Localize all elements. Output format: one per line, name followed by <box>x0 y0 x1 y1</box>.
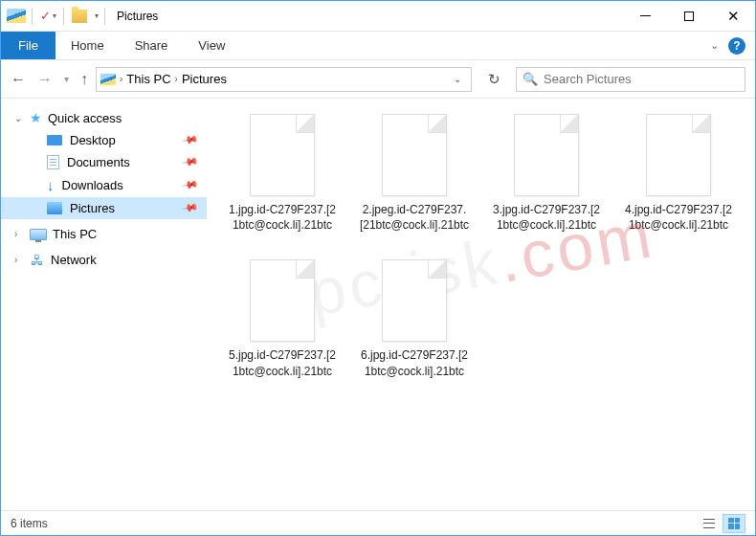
chevron-right-icon[interactable]: › <box>120 74 122 84</box>
breadcrumb-this-pc[interactable]: This PC <box>126 72 170 86</box>
pin-icon: 📌 <box>182 153 200 171</box>
status-bar: 6 items <box>1 510 755 535</box>
tab-view[interactable]: View <box>183 32 240 59</box>
file-tab[interactable]: File <box>1 32 56 59</box>
file-icon <box>250 114 315 196</box>
properties-icon[interactable]: ✓▾ <box>38 7 57 26</box>
view-mode-toggles <box>698 514 745 533</box>
file-icon <box>646 114 711 196</box>
item-count: 6 items <box>11 517 48 530</box>
file-item[interactable]: 4.jpg.id-C279F237.[21btc@cock.li].21btc <box>622 114 735 233</box>
window-controls: ✕ <box>623 2 755 31</box>
file-item[interactable]: 6.jpg.id-C279F237.[21btc@cock.li].21btc <box>358 259 471 378</box>
sidebar-item-pictures[interactable]: Pictures 📌 <box>1 197 207 219</box>
file-name: 3.jpg.id-C279F237.[21btc@cock.li].21btc <box>490 202 603 233</box>
file-name: 2.jpeg.id-C279F237.[21btc@cock.li].21btc <box>358 202 471 233</box>
navigation-pane: ⌄ ★ Quick access Desktop 📌 Documents 📌 ↓… <box>1 99 207 510</box>
file-name: 5.jpg.id-C279F237.[21btc@cock.li].21btc <box>226 347 339 378</box>
grid-icon <box>728 518 740 529</box>
pin-icon: 📌 <box>182 199 200 217</box>
documents-icon <box>47 155 59 169</box>
file-name: 1.jpg.id-C279F237.[21btc@cock.li].21btc <box>226 202 339 233</box>
chevron-right-icon[interactable]: › <box>175 74 178 84</box>
network-header[interactable]: › 🖧 Network <box>1 249 207 271</box>
file-pane[interactable]: pcrisk.com 1.jpg.id-C279F237.[21btc@cock… <box>207 99 755 510</box>
folder-icon[interactable] <box>70 7 89 26</box>
maximize-button[interactable] <box>667 2 711 31</box>
tab-home[interactable]: Home <box>56 32 120 59</box>
sidebar-item-desktop[interactable]: Desktop 📌 <box>1 129 207 151</box>
main-area: ⌄ ★ Quick access Desktop 📌 Documents 📌 ↓… <box>1 99 755 510</box>
close-button[interactable]: ✕ <box>711 2 755 31</box>
file-icon <box>250 259 315 342</box>
help-icon[interactable]: ? <box>728 37 745 55</box>
this-pc-header[interactable]: › This PC <box>1 223 207 245</box>
forward-button[interactable]: → <box>37 71 53 88</box>
sidebar-item-documents[interactable]: Documents 📌 <box>1 151 207 173</box>
collapse-icon[interactable]: ⌄ <box>14 113 22 123</box>
window-title: Pictures <box>117 10 158 23</box>
pin-icon: 📌 <box>182 176 200 194</box>
navigation-bar: ← → ▾ ↑ › This PC › Pictures ⌄ ↻ 🔍 <box>1 60 755 99</box>
title-bar: ✓▾ ▾ Pictures ✕ <box>1 1 755 32</box>
sidebar-item-label: Pictures <box>70 201 115 215</box>
network-label: Network <box>51 253 97 267</box>
file-item[interactable]: 5.jpg.id-C279F237.[21btc@cock.li].21btc <box>226 259 339 378</box>
sidebar-item-label: Documents <box>67 155 130 169</box>
qat-dropdown-icon[interactable]: ▾ <box>95 11 99 20</box>
minimize-button[interactable] <box>623 2 667 31</box>
file-name: 4.jpg.id-C279F237.[21btc@cock.li].21btc <box>622 202 735 233</box>
file-icon <box>382 114 447 196</box>
file-item[interactable]: 1.jpg.id-C279F237.[21btc@cock.li].21btc <box>226 114 339 233</box>
list-icon <box>703 519 715 528</box>
downloads-icon: ↓ <box>47 177 55 193</box>
recent-dropdown-icon[interactable]: ▾ <box>64 74 69 84</box>
quick-access-label: Quick access <box>48 111 122 125</box>
details-view-button[interactable] <box>698 514 721 533</box>
back-button[interactable]: ← <box>11 71 26 88</box>
file-icon <box>382 259 447 342</box>
file-name: 6.jpg.id-C279F237.[21btc@cock.li].21btc <box>358 347 471 378</box>
file-item[interactable]: 2.jpeg.id-C279F237.[21btc@cock.li].21btc <box>358 114 471 233</box>
icons-view-button[interactable] <box>723 514 745 533</box>
sidebar-item-label: Downloads <box>62 178 123 192</box>
expand-icon[interactable]: › <box>14 255 17 265</box>
file-item[interactable]: 3.jpg.id-C279F237.[21btc@cock.li].21btc <box>490 114 603 233</box>
desktop-icon <box>47 135 62 145</box>
pc-icon <box>30 229 47 240</box>
file-icon <box>514 114 579 196</box>
sidebar-item-label: Desktop <box>70 133 116 147</box>
search-icon: 🔍 <box>523 72 538 86</box>
expand-icon[interactable]: › <box>14 229 17 239</box>
address-bar[interactable]: › This PC › Pictures ⌄ <box>96 67 472 92</box>
this-pc-label: This PC <box>53 227 97 241</box>
up-button[interactable]: ↑ <box>80 71 88 88</box>
network-icon: 🖧 <box>30 254 45 267</box>
breadcrumb-pictures[interactable]: Pictures <box>182 72 227 86</box>
watermark: pcrisk.com <box>302 196 659 330</box>
app-icon[interactable] <box>7 7 26 26</box>
refresh-button[interactable]: ↻ <box>479 67 508 92</box>
expand-ribbon-icon[interactable]: ⌄ <box>710 39 719 52</box>
address-dropdown-icon[interactable]: ⌄ <box>454 74 467 84</box>
ribbon-tabs: File Home Share View ⌄ ? <box>1 32 755 60</box>
location-icon <box>100 74 116 85</box>
pictures-icon <box>47 202 62 214</box>
sidebar-item-downloads[interactable]: ↓ Downloads 📌 <box>1 173 207 197</box>
quick-access-toolbar: ✓▾ ▾ Pictures <box>1 7 158 26</box>
search-box[interactable]: 🔍 <box>516 67 745 92</box>
quick-access-header[interactable]: ⌄ ★ Quick access <box>1 106 207 129</box>
pin-icon: 📌 <box>182 131 200 149</box>
tab-share[interactable]: Share <box>120 32 184 59</box>
star-icon: ★ <box>30 110 42 125</box>
search-input[interactable] <box>544 72 739 86</box>
